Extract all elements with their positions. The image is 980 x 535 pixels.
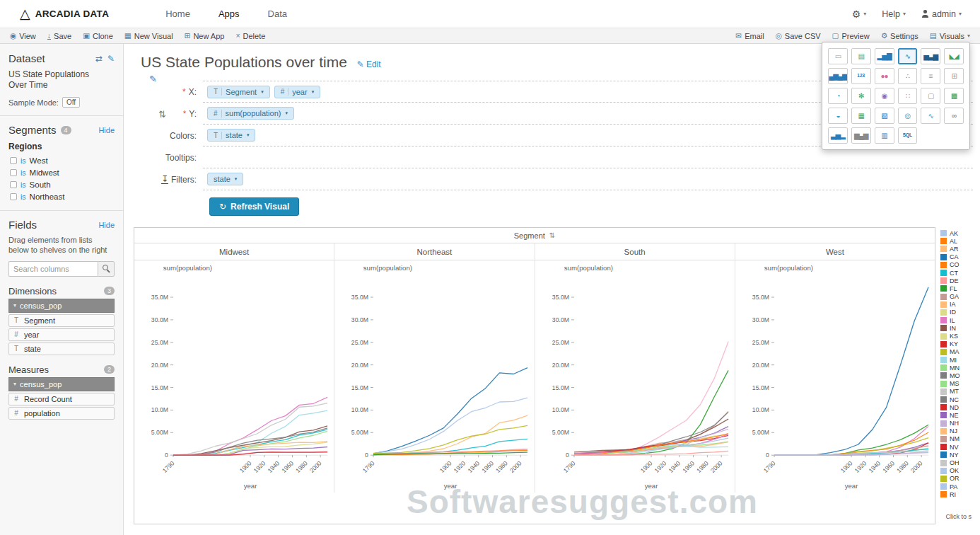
legend-item-ga[interactable]: GA [940, 293, 973, 301]
field-group-census-pop[interactable]: ▾census_pop [8, 377, 115, 391]
brand[interactable]: △ ARCADIA DATA [0, 7, 123, 21]
legend-item-ak[interactable]: AK [940, 229, 973, 237]
segments-hide-link[interactable]: Hide [98, 126, 115, 134]
toolbar-new-app-button[interactable]: ⊞New App [179, 28, 231, 43]
legend-item-mn[interactable]: MN [940, 364, 973, 372]
shuffle-icon[interactable]: ⇄ [95, 54, 103, 64]
toolbar-clone-button[interactable]: ▣Clone [77, 28, 119, 43]
legend-item-ok[interactable]: OK [940, 467, 973, 475]
legend-item-mi[interactable]: MI [940, 356, 973, 364]
radial-visual[interactable]: ✻ [851, 88, 871, 104]
legend-item-ma[interactable]: MA [940, 348, 973, 356]
legend-item-ca[interactable]: CA [940, 253, 973, 261]
download-icon[interactable]: ↧ [161, 175, 168, 184]
sparkline-visual[interactable]: ∿ [921, 108, 940, 124]
sample-mode-toggle[interactable]: Off [62, 97, 80, 108]
nav-item-data[interactable]: Data [254, 0, 301, 28]
legend-item-ar[interactable]: AR [940, 245, 973, 253]
chart-line-or[interactable] [774, 438, 928, 455]
user-menu[interactable]: admin ▾ [914, 9, 969, 19]
shelf-pill-year[interactable]: #year▾ [274, 86, 320, 98]
legend-item-nm[interactable]: NM [940, 435, 973, 443]
settings-menu[interactable]: ⚙ ▾ [845, 8, 874, 20]
legend-item-ks[interactable]: KS [940, 332, 973, 340]
chart-line-mo[interactable] [173, 428, 327, 455]
toolbar-delete-button[interactable]: ×Delete [230, 28, 271, 43]
swap-axes-icon[interactable]: ⇅ [158, 109, 166, 120]
chart-line-ma[interactable] [373, 425, 527, 453]
legend-item-ct[interactable]: CT [940, 269, 973, 277]
shelf-pill-state[interactable]: state▾ [207, 173, 243, 185]
shelf-pill-state[interactable]: Tstate▾ [207, 129, 255, 142]
dot-plot-visual[interactable]: ∷ [898, 88, 918, 104]
toolbar-settings-button[interactable]: ⚙Settings [875, 28, 924, 43]
lines-visual[interactable]: ≡ [921, 68, 940, 84]
segment-checkbox[interactable] [10, 181, 17, 188]
toolbar-preview-button[interactable]: ▢Preview [827, 28, 875, 43]
nav-item-apps[interactable]: Apps [204, 0, 254, 28]
map-marker-visual[interactable]: ◎ [898, 108, 918, 124]
bubble-chart-visual[interactable]: ◉ [875, 88, 894, 104]
legend-item-nh[interactable]: NH [940, 420, 973, 427]
scatter-visual[interactable]: ∴ [898, 68, 918, 84]
sort-icon[interactable]: ⇅ [549, 231, 555, 239]
field-item-segment[interactable]: TSegment [8, 314, 115, 327]
field-item-population[interactable]: #population [8, 407, 115, 420]
nav-item-home[interactable]: Home [151, 0, 204, 28]
legend-item-mo[interactable]: MO [940, 372, 973, 379]
small-multiples-visual[interactable]: ⊞ [944, 68, 964, 84]
legend-item-oh[interactable]: OH [940, 459, 973, 466]
field-item-year[interactable]: #year [8, 328, 115, 341]
legend-item-id[interactable]: ID [940, 309, 973, 316]
toolbar-visuals-button[interactable]: ▤Visuals▾ [924, 28, 976, 43]
combo-chart-visual[interactable]: ▆▄▆ [851, 127, 871, 144]
legend-item-fl[interactable]: FL [940, 284, 973, 292]
toolbar-new-visual-button[interactable]: ▦New Visual [119, 28, 179, 43]
box-visual[interactable]: ▢ [921, 88, 940, 104]
segment-checkbox[interactable] [10, 193, 17, 200]
toolbar-view-button[interactable]: ◉View [4, 28, 42, 43]
search-input[interactable] [8, 261, 98, 277]
heatmap-visual[interactable]: ▩ [944, 88, 964, 104]
donut-chart-visual[interactable]: ◔ [828, 88, 848, 104]
chart-line-nd[interactable] [173, 452, 327, 455]
column-chart-visual[interactable]: ▅▃▆ [921, 48, 940, 64]
legend-item-nv[interactable]: NV [940, 443, 973, 451]
legend-item-ne[interactable]: NE [940, 411, 973, 419]
toolbar-save-button[interactable]: ↓Save [42, 28, 77, 43]
dataset-name[interactable]: US State Populations Over Time [8, 69, 107, 91]
legend-item-mt[interactable]: MT [940, 388, 973, 396]
legend-item-nj[interactable]: NJ [940, 427, 973, 435]
legend-item-pa[interactable]: PA [940, 483, 973, 490]
legend-item-in[interactable]: IN [940, 324, 973, 332]
grouped-bar-visual[interactable]: ▄▆▄▆ [828, 68, 848, 84]
field-item-record-count[interactable]: #Record Count [8, 393, 115, 405]
pencil-icon[interactable]: ✎ [149, 74, 157, 84]
kpi-visual[interactable]: 123 [851, 68, 871, 84]
segment-checkbox[interactable] [10, 157, 17, 164]
segment-checkbox[interactable] [10, 169, 17, 176]
legend-item-ri[interactable]: RI [940, 490, 973, 498]
toolbar-save-csv-button[interactable]: ◎Save CSV [770, 28, 827, 43]
chart-line-in[interactable] [173, 426, 327, 455]
legend-item-or[interactable]: OR [940, 475, 973, 483]
data-table-visual[interactable]: ▤ [851, 48, 871, 64]
edit-visual-button[interactable]: ✎ Edit [357, 59, 381, 69]
shelf-filters[interactable]: state▾ [203, 168, 973, 190]
help-menu[interactable]: Help ▾ [875, 9, 913, 19]
legend-item-co[interactable]: CO [940, 261, 973, 269]
shelf-pill-sum-population[interactable]: #sum(population)▾ [207, 107, 294, 120]
map-visual[interactable]: ▧ [875, 108, 894, 124]
correlation-visual[interactable]: ∞ [944, 108, 964, 124]
legend-item-al[interactable]: AL [940, 237, 973, 245]
refresh-visual-button[interactable]: ↻ Refresh Visual [209, 197, 299, 216]
legend-item-ms[interactable]: MS [940, 380, 973, 388]
shelf-pill-segment[interactable]: TSegment▾ [207, 86, 270, 98]
legend-item-il[interactable]: IL [940, 316, 973, 324]
sql-visual[interactable]: SQL [898, 127, 918, 144]
legend-item-nc[interactable]: NC [940, 396, 973, 403]
packed-bubbles-visual[interactable]: ●● [875, 68, 894, 84]
bar-chart-visual[interactable]: ▂▅▇ [875, 48, 894, 64]
search-button[interactable] [98, 261, 115, 277]
legend-item-de[interactable]: DE [940, 277, 973, 284]
